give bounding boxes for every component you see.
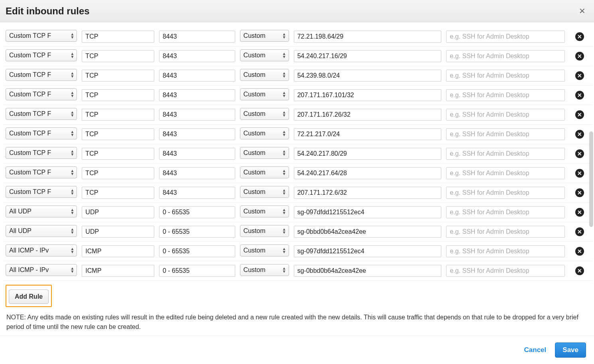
source-type-select[interactable]: Custom ▲▼: [240, 245, 289, 256]
description-input[interactable]: [446, 148, 565, 160]
add-rule-button[interactable]: Add Rule: [9, 290, 49, 304]
description-input[interactable]: [446, 109, 565, 121]
description-input[interactable]: [446, 70, 565, 82]
port-range-input[interactable]: [159, 70, 235, 82]
description-input[interactable]: [446, 206, 565, 218]
delete-rule-icon[interactable]: ✕: [575, 149, 584, 158]
source-type-select[interactable]: Custom ▲▼: [240, 225, 289, 237]
protocol-input[interactable]: [82, 265, 154, 277]
delete-rule-icon[interactable]: ✕: [575, 266, 584, 275]
rule-type-select[interactable]: All UDP ▲▼: [6, 205, 77, 217]
rule-type-select[interactable]: Custom TCP F ▲▼: [6, 69, 77, 81]
scrollbar[interactable]: [589, 131, 593, 227]
protocol-input[interactable]: [82, 128, 154, 140]
rule-type-select[interactable]: Custom TCP F ▲▼: [6, 108, 77, 120]
source-type-select[interactable]: Custom ▲▼: [240, 108, 289, 120]
updown-icon: ▲▼: [70, 247, 74, 254]
source-type-select[interactable]: Custom ▲▼: [240, 186, 289, 198]
port-range-input[interactable]: [159, 31, 235, 43]
source-type-select[interactable]: Custom ▲▼: [240, 166, 289, 178]
description-input[interactable]: [446, 245, 565, 257]
description-input[interactable]: [446, 128, 565, 140]
protocol-input[interactable]: [82, 245, 154, 257]
source-input[interactable]: [294, 206, 442, 218]
port-range-input[interactable]: [159, 187, 235, 199]
rule-type-select[interactable]: All UDP ▲▼: [6, 225, 77, 237]
source-input[interactable]: [294, 50, 442, 62]
port-range-input[interactable]: [159, 148, 235, 160]
source-input[interactable]: [294, 31, 442, 43]
port-range-input[interactable]: [159, 245, 235, 257]
delete-rule-icon[interactable]: ✕: [575, 208, 584, 217]
cancel-button[interactable]: Cancel: [524, 346, 547, 354]
source-type-select[interactable]: Custom ▲▼: [240, 127, 289, 139]
updown-icon: ▲▼: [70, 130, 74, 137]
delete-rule-icon[interactable]: ✕: [575, 247, 584, 256]
delete-rule-icon[interactable]: ✕: [575, 188, 584, 197]
source-input[interactable]: [294, 109, 442, 121]
protocol-input[interactable]: [82, 187, 154, 199]
source-input[interactable]: [294, 226, 442, 238]
protocol-input[interactable]: [82, 167, 154, 179]
delete-rule-icon[interactable]: ✕: [575, 227, 584, 236]
description-input[interactable]: [446, 226, 565, 238]
source-input[interactable]: [294, 245, 442, 257]
description-input[interactable]: [446, 187, 565, 199]
description-input[interactable]: [446, 50, 565, 62]
rule-type-select[interactable]: Custom TCP F ▲▼: [6, 30, 77, 42]
source-type-select[interactable]: Custom ▲▼: [240, 49, 289, 61]
updown-icon: ▲▼: [70, 52, 74, 59]
rule-type-select[interactable]: Custom TCP F ▲▼: [6, 88, 77, 100]
source-type-select[interactable]: Custom ▲▼: [240, 88, 289, 100]
description-input[interactable]: [446, 265, 565, 277]
delete-rule-icon[interactable]: ✕: [575, 71, 584, 80]
updown-icon: ▲▼: [70, 189, 74, 195]
description-input[interactable]: [446, 31, 565, 43]
source-type-select[interactable]: Custom ▲▼: [240, 147, 289, 159]
port-range-input[interactable]: [159, 50, 235, 62]
source-input[interactable]: [294, 265, 442, 277]
rule-type-select[interactable]: Custom TCP F ▲▼: [6, 166, 77, 178]
rule-type-select[interactable]: Custom TCP F ▲▼: [6, 186, 77, 198]
port-range-input[interactable]: [159, 89, 235, 101]
delete-rule-icon[interactable]: ✕: [575, 169, 584, 178]
protocol-input[interactable]: [82, 226, 154, 238]
source-input[interactable]: [294, 148, 442, 160]
source-input[interactable]: [294, 89, 442, 101]
delete-rule-icon[interactable]: ✕: [575, 130, 584, 139]
close-icon[interactable]: ×: [576, 5, 588, 17]
protocol-input[interactable]: [82, 148, 154, 160]
port-range-input[interactable]: [159, 265, 235, 277]
rule-type-select[interactable]: Custom TCP F ▲▼: [6, 49, 77, 61]
protocol-input[interactable]: [82, 50, 154, 62]
protocol-input[interactable]: [82, 206, 154, 218]
source-input[interactable]: [294, 167, 442, 179]
source-input[interactable]: [294, 70, 442, 82]
source-input[interactable]: [294, 187, 442, 199]
port-range-input[interactable]: [159, 206, 235, 218]
source-type-select[interactable]: Custom ▲▼: [240, 69, 289, 81]
source-type-select[interactable]: Custom ▲▼: [240, 30, 289, 42]
protocol-input[interactable]: [82, 89, 154, 101]
delete-rule-icon[interactable]: ✕: [575, 110, 584, 119]
protocol-input[interactable]: [82, 70, 154, 82]
rule-type-select[interactable]: Custom TCP F ▲▼: [6, 127, 77, 139]
source-input[interactable]: [294, 128, 442, 140]
port-range-input[interactable]: [159, 167, 235, 179]
port-range-input[interactable]: [159, 128, 235, 140]
source-type-select[interactable]: Custom ▲▼: [240, 205, 289, 217]
source-type-select[interactable]: Custom ▲▼: [240, 264, 289, 276]
description-input[interactable]: [446, 89, 565, 101]
description-input[interactable]: [446, 167, 565, 179]
port-range-input[interactable]: [159, 226, 235, 238]
save-button[interactable]: Save: [555, 342, 586, 358]
rule-type-select[interactable]: All ICMP - IPv ▲▼: [6, 245, 77, 256]
delete-rule-icon[interactable]: ✕: [575, 91, 584, 100]
rule-type-select[interactable]: All ICMP - IPv ▲▼: [6, 264, 77, 276]
rule-type-select[interactable]: Custom TCP F ▲▼: [6, 147, 77, 159]
delete-rule-icon[interactable]: ✕: [575, 32, 584, 41]
protocol-input[interactable]: [82, 109, 154, 121]
protocol-input[interactable]: [82, 31, 154, 43]
delete-rule-icon[interactable]: ✕: [575, 52, 584, 61]
port-range-input[interactable]: [159, 109, 235, 121]
